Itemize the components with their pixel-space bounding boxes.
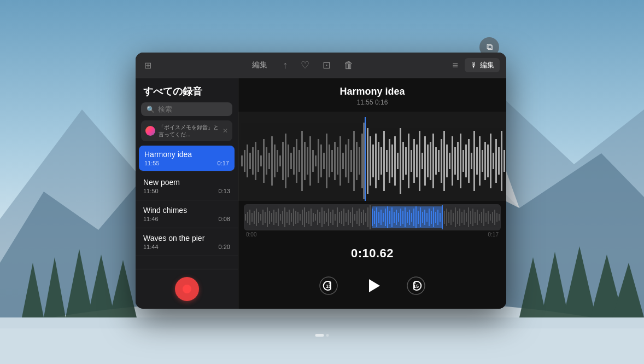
mini-waveform-svg xyxy=(244,204,501,230)
mini-time-start: 0:00 xyxy=(246,232,256,238)
svg-rect-165 xyxy=(348,210,349,225)
recording-item[interactable]: Harmony idea 11:55 0:17 xyxy=(139,146,235,171)
svg-rect-36 xyxy=(288,145,289,177)
svg-rect-218 xyxy=(461,212,462,223)
svg-rect-174 xyxy=(367,207,368,227)
svg-rect-170 xyxy=(359,209,360,226)
share-icon[interactable]: ↑ xyxy=(280,57,290,73)
svg-rect-24 xyxy=(255,142,256,180)
skip-forward-button[interactable]: 15 xyxy=(404,274,428,298)
svg-rect-90 xyxy=(432,134,434,188)
edit-button[interactable]: 編集 xyxy=(248,58,272,72)
svg-rect-19 xyxy=(241,155,243,166)
svg-rect-46 xyxy=(315,155,317,166)
scroll-dot xyxy=(326,334,329,337)
svg-rect-219 xyxy=(464,210,465,225)
svg-rect-116 xyxy=(504,150,505,172)
mini-waveform-container[interactable]: 0:00 0:17 xyxy=(238,201,506,242)
svg-rect-32 xyxy=(277,150,278,172)
svg-rect-34 xyxy=(282,142,284,180)
svg-rect-89 xyxy=(430,142,431,180)
siri-close-icon[interactable]: ✕ xyxy=(223,127,228,135)
svg-rect-109 xyxy=(484,142,486,180)
recording-item[interactable]: Waves on the pier 11:44 0:20 xyxy=(136,228,238,256)
recording-item[interactable]: Wind chimes 11:46 0:08 xyxy=(136,200,238,228)
recording-item[interactable]: New poem 11:50 0:13 xyxy=(136,172,238,200)
svg-rect-226 xyxy=(479,214,480,221)
svg-rect-161 xyxy=(339,212,340,223)
recording-name: New poem xyxy=(143,178,230,187)
search-icon: 🔍 xyxy=(147,106,155,113)
svg-rect-157 xyxy=(330,212,331,223)
svg-rect-28 xyxy=(266,147,267,175)
play-icon xyxy=(360,274,384,298)
detail-panel: Harmony idea 11:55 0:16 xyxy=(238,78,506,309)
svg-rect-167 xyxy=(352,207,353,227)
svg-rect-129 xyxy=(269,211,270,224)
detail-time: 11:55 xyxy=(357,99,373,106)
svg-rect-122 xyxy=(254,211,255,224)
mini-waveform[interactable] xyxy=(244,204,501,230)
svg-rect-70 xyxy=(378,142,379,180)
edit-active-button[interactable]: 🎙 編集 xyxy=(465,58,500,72)
recording-duration: 0:08 xyxy=(219,216,230,222)
svg-rect-141 xyxy=(295,211,296,224)
mini-time-end: 0:17 xyxy=(488,232,499,238)
svg-rect-130 xyxy=(271,213,272,222)
svg-marker-239 xyxy=(369,279,380,292)
detail-length: 0:16 xyxy=(375,99,388,106)
svg-rect-56 xyxy=(342,153,344,169)
svg-rect-148 xyxy=(311,209,312,226)
svg-rect-75 xyxy=(391,145,393,177)
folder-icon[interactable]: ⊡ xyxy=(320,57,333,73)
svg-rect-201 xyxy=(424,210,425,225)
svg-rect-151 xyxy=(317,210,318,225)
trash-icon[interactable]: 🗑 xyxy=(342,57,356,73)
svg-rect-64 xyxy=(363,123,365,199)
svg-rect-171 xyxy=(361,212,362,223)
svg-rect-233 xyxy=(494,210,495,225)
svg-rect-125 xyxy=(260,214,261,221)
svg-rect-108 xyxy=(482,150,483,172)
search-input[interactable] xyxy=(158,105,227,113)
svg-rect-135 xyxy=(282,211,283,224)
play-button[interactable] xyxy=(358,271,387,300)
svg-rect-160 xyxy=(337,207,338,227)
svg-rect-112 xyxy=(493,153,494,169)
heart-icon[interactable]: ♡ xyxy=(298,57,312,73)
recording-duration: 0:13 xyxy=(219,188,230,194)
record-area xyxy=(136,269,238,309)
svg-rect-139 xyxy=(291,213,292,222)
svg-rect-214 xyxy=(453,213,454,222)
filter-icon[interactable]: ≡ xyxy=(450,57,460,73)
search-bar[interactable]: 🔍 xyxy=(141,102,232,116)
svg-rect-27 xyxy=(263,139,265,183)
svg-rect-203 xyxy=(429,209,430,226)
svg-rect-66 xyxy=(367,128,368,194)
skip-back-button[interactable]: 15 xyxy=(317,274,341,298)
record-button[interactable] xyxy=(175,277,199,301)
svg-rect-168 xyxy=(354,214,355,221)
detail-header: Harmony idea 11:55 0:16 xyxy=(238,78,506,112)
svg-rect-79 xyxy=(402,142,404,180)
waveform-main[interactable] xyxy=(238,112,506,201)
svg-rect-97 xyxy=(452,136,453,186)
svg-rect-134 xyxy=(280,214,281,221)
waveform-container[interactable]: 0:07 0:08 0:09 0:10 0:11 0:12 0:13 0:14 xyxy=(238,112,506,201)
svg-rect-74 xyxy=(389,139,390,183)
svg-rect-227 xyxy=(481,212,482,223)
svg-rect-209 xyxy=(442,205,443,229)
svg-rect-123 xyxy=(256,209,257,226)
svg-rect-68 xyxy=(372,145,374,177)
svg-rect-230 xyxy=(488,211,489,224)
sidebar-toggle-icon[interactable]: ⊞ xyxy=(142,58,154,73)
siri-banner: 「ボイスメモを録音」と言ってくだ... ✕ xyxy=(141,120,232,141)
svg-rect-205 xyxy=(433,207,434,227)
svg-rect-119 xyxy=(247,212,248,223)
svg-rect-180 xyxy=(378,212,379,223)
svg-rect-140 xyxy=(293,209,294,226)
svg-rect-30 xyxy=(271,136,273,186)
svg-rect-202 xyxy=(426,213,428,222)
svg-rect-86 xyxy=(421,153,423,169)
svg-rect-213 xyxy=(450,210,452,225)
